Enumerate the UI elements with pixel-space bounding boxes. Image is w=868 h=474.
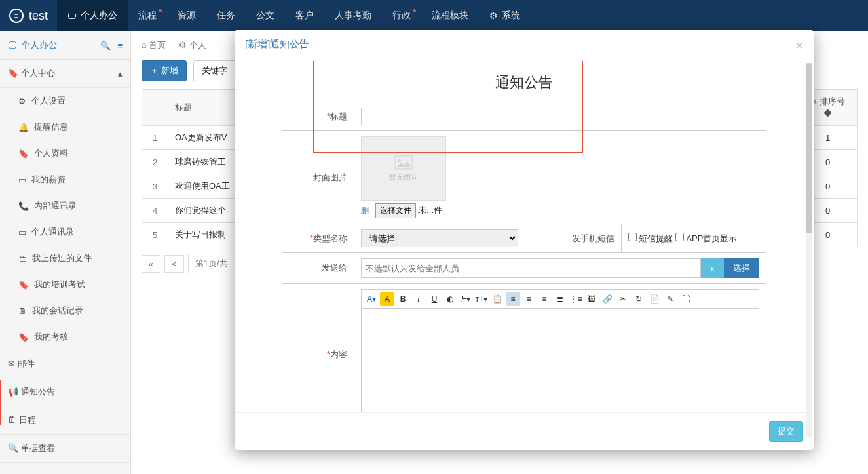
sidebar-item-chatlog[interactable]: 🗎我的会话记录 [0, 298, 130, 324]
sidebar-item-profile[interactable]: 🔖个人资料 [0, 140, 130, 167]
font-family-icon[interactable]: F▾ [459, 292, 473, 306]
modal-heading: 通知公告 [242, 61, 806, 102]
search-icon[interactable]: 🔍 [100, 41, 111, 50]
calendar-icon: 🗓 [8, 415, 16, 425]
sms-checkbox-label[interactable]: 短信提醒 [628, 233, 673, 243]
nav-system[interactable]: ⚙系统 [479, 0, 531, 31]
phone-icon: 📞 [18, 201, 29, 211]
link-icon[interactable]: 🔗 [600, 292, 614, 306]
app-checkbox-label[interactable]: APP首页显示 [675, 233, 738, 243]
source-icon[interactable]: ✎ [663, 292, 677, 306]
sidebar-item-settings[interactable]: ⚙个人设置 [0, 88, 130, 114]
choose-file-button[interactable]: 选择文件 [375, 203, 416, 218]
sidebar-group-mail[interactable]: ✉ 邮件 [0, 350, 130, 378]
breadcrumb-page[interactable]: ⚙ 个人 [179, 39, 206, 51]
nav-customer[interactable]: 客户 [285, 0, 324, 31]
highlight-icon[interactable]: A [380, 292, 394, 306]
nav-task[interactable]: 任务 [206, 0, 246, 31]
image-icon[interactable]: 🖼 [584, 292, 599, 306]
gear-icon: ⚙ [18, 96, 26, 106]
dot-icon [413, 9, 416, 12]
type-select[interactable]: -请选择- [361, 229, 518, 247]
sendto-input[interactable] [361, 258, 701, 278]
close-icon[interactable]: × [795, 38, 803, 53]
label-sms: 发手机短信 [556, 224, 621, 253]
fullscreen-icon[interactable]: ⛶ [679, 292, 693, 306]
italic-icon[interactable]: I [411, 292, 426, 306]
search-icon: 🔍 [8, 443, 18, 453]
submit-button[interactable]: 提交 [769, 421, 803, 442]
sidebar-item-reminder[interactable]: 🔔提醒信息 [0, 114, 130, 140]
nav-admin[interactable]: 行政 [382, 0, 421, 31]
nav-workflow[interactable]: 流程 [128, 0, 167, 31]
sidebar-item-uploads[interactable]: 🗀我上传过的文件 [0, 245, 130, 271]
sidebar-item-personal-contacts[interactable]: ▭个人通讯录 [0, 219, 130, 245]
nav-hr[interactable]: 人事考勤 [324, 0, 382, 31]
mail-icon: ✉ [8, 359, 15, 368]
top-navbar: ≡ test 🖵 个人办公 流程 资源 任务 公文 客户 人事考勤 行政 流程模… [0, 0, 868, 31]
form-table: *标题 封面图片 暂无图片 删 选择文件 未...件 [282, 102, 766, 412]
modal-title: [新增]通知公告 [245, 38, 309, 53]
copy-icon[interactable]: 📄 [647, 292, 662, 306]
align-center-icon[interactable]: ≡ [521, 292, 536, 306]
modal-dialog: [新增]通知公告 × 通知公告 *标题 封面图片 暂无图片 删 [235, 30, 814, 450]
keyword-button[interactable]: 关键字 [193, 60, 236, 81]
list-ul-icon[interactable]: ⋮≡ [569, 292, 583, 306]
app-checkbox[interactable] [675, 233, 684, 241]
choose-button[interactable]: 选择 [724, 258, 759, 278]
chevron-up-icon: ▴ [118, 69, 123, 79]
monitor-icon: 🖵 [8, 40, 17, 50]
font-size-icon[interactable]: тT▾ [474, 292, 489, 306]
delete-link[interactable]: 删 [361, 206, 369, 215]
paste-icon[interactable]: 📋 [490, 292, 504, 306]
nav-personal-office[interactable]: 🖵 个人办公 [57, 0, 128, 31]
sidebar-item-training[interactable]: 🔖我的培训考试 [0, 271, 130, 298]
svg-point-1 [398, 159, 401, 162]
label-title: *标题 [282, 102, 354, 131]
font-color-icon[interactable]: A▾ [364, 292, 379, 306]
sidebar-group-calendar[interactable]: 🗓 日程 [0, 406, 130, 435]
sidebar-item-internal-contacts[interactable]: 📞内部通讯录 [0, 193, 130, 219]
sound-icon: 📢 [8, 387, 18, 397]
brand-icon: ≡ [9, 9, 24, 23]
bookmark-icon: 🔖 [18, 332, 29, 342]
pager-first[interactable]: « [142, 255, 160, 273]
pager-prev[interactable]: < [164, 255, 184, 273]
sidebar-group-personal[interactable]: 🔖 个人中心 ▴ [0, 60, 130, 88]
sidebar-group-notice[interactable]: 📢 通知公告 [0, 378, 130, 406]
redo-icon[interactable]: ↻ [632, 292, 646, 306]
bookmark-icon: 🔖 [18, 149, 29, 159]
menu-icon[interactable]: ≡ [117, 41, 123, 50]
book-icon: ▭ [18, 227, 26, 237]
nav-flowmod[interactable]: 流程模块 [421, 0, 479, 31]
align-left-icon[interactable]: ≡ [506, 292, 520, 306]
bold-icon[interactable]: B [396, 292, 410, 306]
scrollbar[interactable] [806, 63, 812, 437]
col-num [142, 90, 168, 126]
title-input[interactable] [361, 108, 759, 125]
nav-resource[interactable]: 资源 [167, 0, 206, 31]
home-icon: ⌂ [142, 40, 147, 50]
editor-textarea[interactable] [361, 309, 759, 412]
breadcrumb-home[interactable]: ⌂ 首页 [142, 39, 166, 51]
sidebar-header: 🖵 个人办公 🔍 ≡ [0, 31, 130, 60]
nav-document[interactable]: 公文 [246, 0, 285, 31]
eraser-icon[interactable]: ◐ [443, 292, 457, 306]
clear-button[interactable]: x [701, 258, 724, 278]
sidebar-group-records[interactable]: 🔍 单据查看 [0, 435, 130, 463]
underline-icon[interactable]: U [427, 292, 442, 306]
sidebar-item-review[interactable]: 🔖我的考核 [0, 324, 130, 350]
bookmark-icon: 🔖 [18, 280, 29, 290]
sidebar-title: 个人办公 [21, 39, 58, 51]
sidebar: 🖵 个人办公 🔍 ≡ 🔖 个人中心 ▴ ⚙个人设置 🔔提醒信息 🔖个人资料 ▭我… [0, 31, 131, 474]
file-status: 未...件 [418, 205, 442, 215]
list-ol-icon[interactable]: ≣ [553, 292, 567, 306]
sms-checkbox[interactable] [628, 233, 637, 241]
brand[interactable]: ≡ test [0, 9, 57, 23]
folder-icon: 🗀 [18, 254, 27, 264]
unlink-icon[interactable]: ✂ [616, 292, 630, 306]
sidebar-item-salary[interactable]: ▭我的薪资 [0, 167, 130, 193]
add-button[interactable]: ＋新增 [142, 60, 187, 81]
align-right-icon[interactable]: ≡ [537, 292, 552, 306]
modal-body: 通知公告 *标题 封面图片 暂无图片 删 选择文件 未...件 [235, 61, 814, 412]
